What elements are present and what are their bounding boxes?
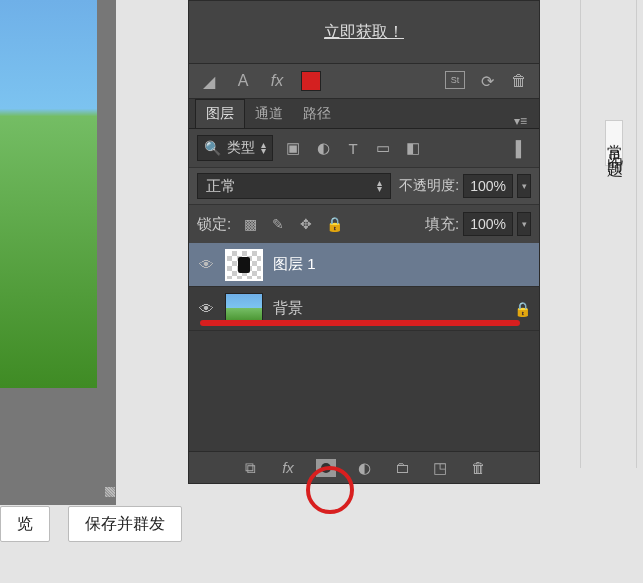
filter-pixel-icon[interactable]: ▣	[283, 138, 303, 158]
fill-label: 填充:	[425, 215, 459, 234]
panel-tabs: 图层 通道 路径 ▾≡	[189, 99, 539, 129]
link-layers-icon[interactable]: ⧉	[240, 458, 260, 478]
search-icon: 🔍	[204, 140, 221, 156]
layer-thumbnail[interactable]	[225, 249, 263, 281]
annotation-underline	[200, 320, 520, 326]
divider	[636, 0, 637, 468]
new-group-icon[interactable]: 🗀	[392, 458, 412, 478]
filter-kind-label: 类型	[227, 139, 255, 157]
adjustment-layer-icon[interactable]: ◐	[354, 458, 374, 478]
blend-row: 正常 ▴▾ 不透明度: 100% ▾	[189, 167, 539, 205]
panel-menu-icon[interactable]: ▾≡	[508, 114, 533, 128]
filter-toggle-icon[interactable]: ▌	[511, 138, 531, 158]
preview-button[interactable]: 览	[0, 506, 50, 542]
lock-move-icon[interactable]: ✥	[297, 215, 315, 233]
blend-mode-select[interactable]: 正常 ▴▾	[197, 173, 391, 199]
promo-link[interactable]: 立即获取！	[324, 22, 404, 43]
tab-channels[interactable]: 通道	[245, 100, 293, 128]
filter-type-icon[interactable]: T	[343, 138, 363, 158]
layer-name-label[interactable]: 背景	[273, 299, 303, 318]
layers-panel: 立即获取！ ◢ A fx St ⟳ 🗑 图层 通道 路径 ▾≡ 🔍 类型 ▴▾ …	[188, 0, 540, 484]
canvas-area[interactable]	[0, 0, 116, 505]
dropdown-arrows-icon: ▴▾	[377, 180, 382, 192]
lock-transparent-icon[interactable]: ▩	[241, 215, 259, 233]
footer-buttons: 览 保存并群发	[0, 506, 182, 542]
layers-list: 👁 图层 1 👁 背景 🔒	[189, 243, 539, 331]
lock-all-icon[interactable]: 🔒	[325, 215, 343, 233]
divider	[580, 0, 581, 468]
annotation-circle	[306, 466, 354, 514]
filter-shape-icon[interactable]: ▭	[373, 138, 393, 158]
layer-filter-row: 🔍 类型 ▴▾ ▣ ◐ T ▭ ◧ ▌	[189, 129, 539, 167]
sync-icon[interactable]: ⟳	[477, 71, 497, 91]
opacity-dropdown-arrow[interactable]: ▾	[517, 174, 531, 198]
tab-paths[interactable]: 路径	[293, 100, 341, 128]
filter-adjust-icon[interactable]: ◐	[313, 138, 333, 158]
blend-mode-value: 正常	[206, 177, 236, 196]
tab-layers[interactable]: 图层	[195, 99, 245, 128]
color-sampler-icon[interactable]: ◢	[199, 71, 219, 91]
lock-paint-icon[interactable]: ✎	[269, 215, 287, 233]
delete-layer-icon[interactable]: 🗑	[468, 458, 488, 478]
lock-icon: 🔒	[514, 301, 531, 317]
filter-kind-dropdown[interactable]: 🔍 类型 ▴▾	[197, 135, 273, 161]
dropdown-arrows-icon: ▴▾	[261, 142, 266, 154]
promo-banner: 立即获取！	[189, 1, 539, 63]
fx-icon[interactable]: fx	[278, 458, 298, 478]
document-image[interactable]	[0, 0, 97, 388]
filter-smart-icon[interactable]: ◧	[403, 138, 423, 158]
layers-empty-area[interactable]	[189, 331, 539, 451]
lock-row: 锁定: ▩ ✎ ✥ 🔒 填充: 100% ▾	[189, 205, 539, 243]
visibility-eye-icon[interactable]: 👁	[197, 256, 215, 274]
layer-row[interactable]: 👁 图层 1	[189, 243, 539, 287]
foreground-color-swatch[interactable]	[301, 71, 321, 91]
fill-value[interactable]: 100%	[463, 212, 513, 236]
trash-icon[interactable]: 🗑	[509, 71, 529, 91]
fill-dropdown-arrow[interactable]: ▾	[517, 212, 531, 236]
layers-bottom-toolbar: ⧉ fx ◐ 🗀 ◳ 🗑	[189, 451, 539, 483]
type-icon[interactable]: A	[233, 71, 253, 91]
new-layer-icon[interactable]: ◳	[430, 458, 450, 478]
faq-side-tab[interactable]: 常见问题	[605, 120, 623, 166]
visibility-eye-icon[interactable]: 👁	[197, 300, 215, 318]
save-broadcast-button[interactable]: 保存并群发	[68, 506, 182, 542]
st-icon[interactable]: St	[445, 71, 465, 89]
opacity-value[interactable]: 100%	[463, 174, 513, 198]
layer-name-label[interactable]: 图层 1	[273, 255, 316, 274]
fx-icon[interactable]: fx	[267, 71, 287, 91]
opacity-label: 不透明度:	[399, 177, 459, 195]
resize-handle[interactable]	[105, 487, 115, 497]
lock-label: 锁定:	[197, 215, 231, 234]
swatch-toolbar: ◢ A fx St ⟳ 🗑	[189, 63, 539, 99]
